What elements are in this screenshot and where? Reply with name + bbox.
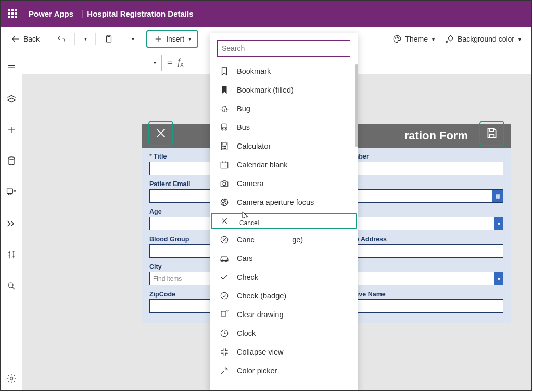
svg-point-11: [222, 128, 223, 129]
color-picker-icon: [219, 365, 230, 376]
item-camera-aperture[interactable]: Camera aperture focus: [210, 193, 358, 212]
svg-point-17: [225, 146, 226, 147]
item-clear-drawing[interactable]: Clear drawing: [210, 305, 358, 324]
divider: [74, 33, 75, 45]
plus-icon: [154, 34, 163, 44]
chevron-down-icon: ▾: [132, 36, 134, 42]
bgcolor-label: Background color: [458, 35, 514, 43]
form-cancel-icon[interactable]: [148, 121, 173, 146]
svg-rect-14: [222, 143, 226, 145]
form-title: ration Form: [404, 129, 468, 142]
tree-view-button[interactable]: [1, 59, 22, 76]
item-calendar-blank[interactable]: Calendar blank: [210, 155, 358, 174]
aperture-icon: [219, 197, 230, 207]
item-check[interactable]: Check: [210, 268, 358, 286]
bug-icon: [219, 103, 230, 114]
form-save-icon[interactable]: [479, 121, 504, 146]
bookmark-filled-icon: [219, 85, 230, 95]
scrollbar[interactable]: [355, 64, 358, 147]
select-gender[interactable]: tems▾: [333, 217, 503, 230]
search-input[interactable]: [222, 44, 346, 53]
svg-point-5: [8, 157, 15, 160]
chevron-down-icon: ▾: [494, 217, 503, 230]
select-state[interactable]: tems▾: [333, 272, 503, 285]
media-button[interactable]: [1, 184, 22, 201]
theme-button[interactable]: Theme ▾: [387, 31, 440, 47]
chevron-down-icon: ▾: [494, 272, 503, 285]
svg-point-2: [396, 38, 397, 39]
data-button[interactable]: [1, 153, 22, 169]
paste-button[interactable]: [99, 31, 119, 47]
item-check-badge[interactable]: Check (badge): [210, 286, 358, 305]
clipboard-icon: [104, 34, 113, 44]
item-clock[interactable]: Clock: [210, 324, 358, 343]
flows-button[interactable]: [1, 215, 22, 232]
svg-point-19: [224, 148, 224, 148]
undo-chevron[interactable]: ▾: [78, 33, 92, 45]
bgcolor-button[interactable]: Background color ▾: [440, 31, 526, 47]
item-cancel[interactable]: Cancel: [210, 212, 358, 230]
screens-button[interactable]: [1, 90, 22, 107]
bookmark-icon: [219, 66, 230, 76]
svg-point-18: [223, 148, 223, 148]
waffle-icon[interactable]: [8, 9, 17, 18]
input-dob[interactable]: /2001▦: [333, 189, 503, 203]
input-relative[interactable]: [333, 299, 503, 313]
divider: [48, 33, 48, 45]
bucket-icon: [445, 34, 454, 44]
app-brand: Power Apps: [29, 9, 73, 18]
divider: [122, 33, 122, 45]
left-rail: [1, 52, 22, 391]
calendar-icon[interactable]: ▦: [492, 190, 503, 202]
insert-button[interactable]: Insert ▾: [146, 30, 198, 48]
field-label-gender: der: [333, 208, 503, 215]
settings-button[interactable]: [1, 370, 22, 387]
divider: [143, 33, 143, 45]
tools-button[interactable]: [1, 246, 22, 263]
check-badge-icon: [219, 291, 230, 301]
item-color-picker[interactable]: Color picker: [210, 361, 358, 380]
svg-point-8: [10, 377, 12, 380]
item-bus[interactable]: Bus: [210, 118, 358, 137]
input-contact[interactable]: [333, 162, 503, 175]
property-selector[interactable]: Fill ▾: [8, 55, 162, 71]
undo-button[interactable]: [52, 31, 71, 47]
insert-label: Insert: [166, 35, 184, 43]
field-label-title: Title: [154, 153, 167, 160]
title-separator: |: [82, 9, 84, 18]
item-bookmark-filled[interactable]: Bookmark (filled): [210, 81, 358, 99]
equals-sign: =: [167, 57, 173, 68]
calendar-blank-icon: [219, 160, 230, 170]
item-cars[interactable]: Cars: [210, 249, 358, 268]
item-calculator[interactable]: Calculator: [210, 137, 358, 155]
back-arrow-icon: [11, 34, 20, 44]
divider: [95, 33, 96, 45]
search-button[interactable]: [1, 278, 22, 294]
field-label-contact: act Number: [333, 153, 503, 160]
app-title: Hospital Registration Details: [87, 9, 193, 18]
svg-rect-21: [221, 162, 228, 168]
paste-chevron[interactable]: ▾: [125, 33, 139, 45]
svg-point-27: [221, 292, 228, 299]
svg-point-3: [397, 37, 398, 38]
back-button[interactable]: Back: [6, 31, 45, 47]
panel-search[interactable]: [217, 40, 350, 57]
item-collapse-view[interactable]: Collapse view: [210, 343, 358, 361]
app-header: Power Apps | Hospital Registration Detai…: [1, 1, 531, 27]
bus-icon: [219, 122, 230, 133]
palette-icon: [392, 34, 402, 44]
svg-point-7: [8, 283, 13, 288]
insert-rail-button[interactable]: [1, 122, 22, 138]
input-home[interactable]: [333, 244, 503, 258]
item-camera[interactable]: Camera: [210, 174, 358, 193]
item-bug[interactable]: Bug: [210, 99, 358, 118]
chevron-down-icon: ▾: [188, 36, 191, 42]
svg-point-16: [224, 146, 224, 147]
back-label: Back: [23, 35, 40, 43]
svg-point-22: [223, 182, 226, 186]
cancel-icon: [219, 216, 230, 226]
calculator-icon: [219, 141, 230, 151]
item-cancel-badge[interactable]: Cancel (badge): [210, 230, 358, 249]
item-bookmark[interactable]: Bookmark: [210, 62, 358, 81]
clock-icon: [219, 328, 230, 338]
